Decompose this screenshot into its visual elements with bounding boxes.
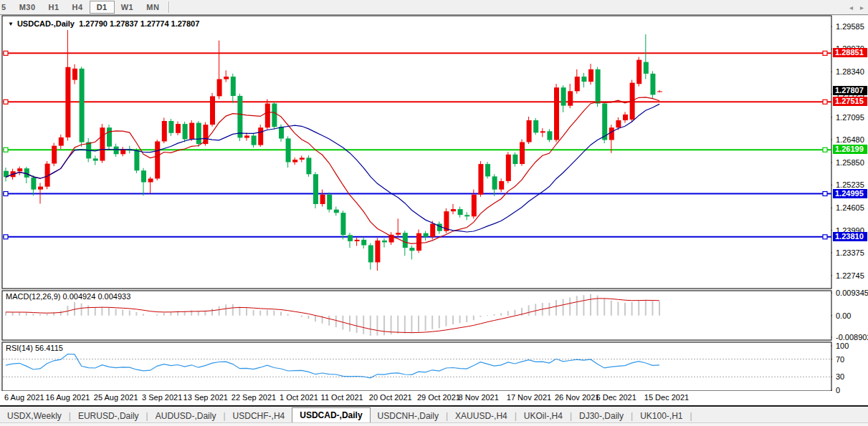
chart-title-ohlc: 1.27790 1.27837 1.27774 1.27807 xyxy=(79,19,199,28)
timeframe-button-mn[interactable]: MN xyxy=(140,1,166,14)
chart-canvas[interactable] xyxy=(0,0,868,426)
timeframe-button-m30[interactable]: M30 xyxy=(13,1,42,14)
tab-xauusd-h4[interactable]: XAUUSD-,H4 xyxy=(448,410,515,422)
toolbar-separator xyxy=(168,1,170,13)
tab-scroll-nav: ◂ ▸ xyxy=(849,4,864,12)
timeframe-button-w1[interactable]: W1 xyxy=(115,1,140,14)
hline-price-label: 1.26199 xyxy=(833,145,867,154)
date-axis: 6 Aug 202116 Aug 202125 Aug 20213 Sep 20… xyxy=(0,391,868,407)
date-label: 22 Sep 2021 xyxy=(232,393,276,402)
mt4-usdcad-chart-window: { "toolbar": { "timeframes": ["5", "M30"… xyxy=(0,0,868,426)
price-tick-label: 1.25235 xyxy=(836,180,864,189)
tab-ukoil-h4[interactable]: UKOil-,H4 xyxy=(517,410,570,422)
timeframe-button-d1[interactable]: D1 xyxy=(90,1,115,14)
date-label: 15 Dec 2021 xyxy=(644,393,689,402)
line-handle[interactable] xyxy=(4,147,8,152)
tabs-scroll-left-icon[interactable]: ◂ xyxy=(849,4,853,12)
rsi-tick-label: 0 xyxy=(836,386,840,394)
chart-tab-bar: USDX,Weekly|EURUSD-,Daily|AUDUSD-,Daily|… xyxy=(0,407,868,422)
line-handle[interactable] xyxy=(4,235,8,239)
line-handle[interactable] xyxy=(823,147,827,152)
tab-audusd-daily[interactable]: AUDUSD-,Daily xyxy=(148,410,224,422)
hline-price-label: 1.23810 xyxy=(833,232,867,241)
line-handle[interactable] xyxy=(4,192,8,196)
rsi-pane[interactable] xyxy=(2,342,831,391)
timeframe-toolbar: 5M30H1H4D1W1MN xyxy=(0,0,868,15)
macd-label: MACD(12,26,9) 0.004924 0.004933 xyxy=(6,292,130,301)
tabs-scroll-right-icon[interactable]: ▸ xyxy=(860,4,864,12)
chart-title-symbol: USDCAD-,Daily xyxy=(17,19,75,28)
price-tick-label: 1.24605 xyxy=(836,203,864,212)
price-tick-label: 1.22745 xyxy=(836,271,864,280)
line-handle[interactable] xyxy=(823,51,827,55)
symbol-dropdown-icon[interactable]: ▼ xyxy=(8,21,14,27)
date-label: 11 Oct 2021 xyxy=(321,393,363,402)
price-tick-label: 1.26480 xyxy=(836,135,864,144)
date-label: 26 Nov 2021 xyxy=(555,393,599,402)
date-label: 29 Oct 2021 xyxy=(417,393,460,402)
timeframe-button-h4[interactable]: H4 xyxy=(66,1,90,14)
line-handle[interactable] xyxy=(823,192,827,196)
price-tick-label: 1.29585 xyxy=(836,22,864,31)
date-label: 1 Oct 2021 xyxy=(280,393,318,402)
date-label: 3 Sep 2021 xyxy=(142,393,182,402)
price-axis: 1.295851.289701.283401.277251.270951.264… xyxy=(832,16,868,391)
macd-tick-label: 0.00 xyxy=(836,311,851,320)
price-tick-label: 1.27095 xyxy=(836,113,864,122)
date-label: 16 Aug 2021 xyxy=(46,393,90,402)
macd-tick-label: 0.009345 xyxy=(836,289,868,297)
macd-tick-label: -0.008902 xyxy=(836,333,868,342)
rsi-tick-label: 30 xyxy=(836,372,844,381)
price-tick-label: 1.25850 xyxy=(836,158,864,167)
tab-usdchf-h4[interactable]: USDCHF-,H4 xyxy=(226,410,292,422)
rsi-tick-label: 70 xyxy=(836,355,844,364)
timeframe-button-5[interactable]: 5 xyxy=(0,1,13,14)
tab-dj30-daily[interactable]: DJ30-,Daily xyxy=(572,410,631,422)
price-tick-label: 1.23375 xyxy=(836,248,864,257)
hline-price-label: 1.28851 xyxy=(833,48,867,57)
hline-price-label: 1.27515 xyxy=(833,97,867,106)
date-label: 8 Nov 2021 xyxy=(459,393,499,402)
price-tick-label: 1.28340 xyxy=(836,67,864,76)
tab-usdcad-daily[interactable]: USDCAD-,Daily xyxy=(292,407,370,422)
rsi-tick-label: 100 xyxy=(836,342,849,350)
tab-usdcnh-daily[interactable]: USDCNH-,Daily xyxy=(371,410,446,422)
date-label: 6 Aug 2021 xyxy=(4,393,44,402)
timeframe-button-h1[interactable]: H1 xyxy=(42,1,66,14)
date-label: 20 Oct 2021 xyxy=(369,393,412,402)
tab-separator: | xyxy=(690,410,692,422)
date-label: 25 Aug 2021 xyxy=(94,393,138,402)
tab-usdx-weekly[interactable]: USDX,Weekly xyxy=(0,410,69,422)
current-price-label: 1.27807 xyxy=(833,86,867,95)
line-handle[interactable] xyxy=(823,100,827,104)
rsi-label: RSI(14) 56.4115 xyxy=(6,344,63,352)
line-handle[interactable] xyxy=(4,51,8,55)
date-label: 6 Dec 2021 xyxy=(596,393,636,402)
line-handle[interactable] xyxy=(4,100,8,104)
line-handle[interactable] xyxy=(823,235,827,239)
tab-eurusd-daily[interactable]: EURUSD-,Daily xyxy=(71,410,146,422)
hline-price-label: 1.24995 xyxy=(833,189,867,198)
date-label: 17 Nov 2021 xyxy=(507,393,551,402)
chart-title: ▼USDCAD-,Daily 1.27790 1.27837 1.27774 1… xyxy=(8,19,199,28)
tab-uk100-h1[interactable]: UK100-,H1 xyxy=(633,410,690,422)
date-label: 13 Sep 2021 xyxy=(183,393,228,402)
